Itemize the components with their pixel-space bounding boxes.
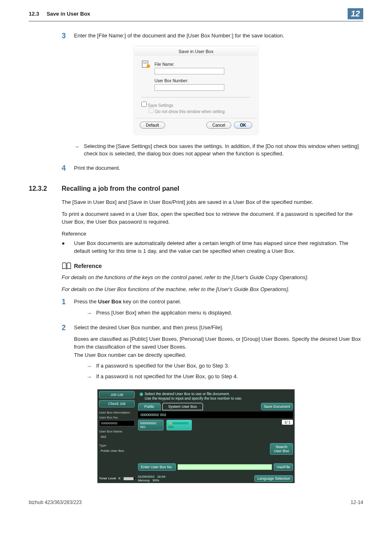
reference-heading: Reference xyxy=(74,263,102,269)
subsection-number: 12.3.2 xyxy=(29,185,62,192)
page-header: 12.3 Save in User Box 12 xyxy=(29,8,363,21)
tab-public[interactable]: Public xyxy=(138,403,161,410)
enter-user-box-no-button[interactable]: Enter User Box No. xyxy=(138,463,176,471)
save-document-button[interactable]: Save Document xyxy=(261,403,293,410)
search-user-box-button[interactable]: Search User Box xyxy=(270,443,293,455)
user-box-number-input[interactable] xyxy=(154,84,224,91)
file-name-label: File Name: xyxy=(154,62,251,67)
user-box-no-value: 000000002 xyxy=(99,420,135,426)
arrow-icon: → xyxy=(86,362,96,370)
step-tip: If a password is specified for the User … xyxy=(96,362,363,370)
page-indicator: 1/ 1 xyxy=(282,420,293,425)
step-tip: If a password is not specified for the U… xyxy=(96,373,363,381)
hint-bar: Select the desired User Box to use or fi… xyxy=(138,391,293,402)
bullet-icon: ● xyxy=(62,240,74,255)
paragraph: The [Save in User Box] and [Save in User… xyxy=(62,199,363,206)
memory-value: 99% xyxy=(152,479,159,482)
step-text: Select the desired User Box number, and … xyxy=(74,324,363,332)
control-panel-figure: Job List Check Job User Box Information … xyxy=(97,389,295,483)
user-box-name-value: 002 xyxy=(99,434,135,439)
book-icon xyxy=(62,262,71,270)
type-value: Public User Box xyxy=(99,448,135,453)
user-box-no-input[interactable] xyxy=(178,464,272,470)
status-date: 01/09/2010 xyxy=(138,475,154,479)
reference-label: Reference xyxy=(62,230,363,238)
indicator-icon xyxy=(140,393,143,396)
step-number: 4 xyxy=(62,164,74,173)
step-number: 2 xyxy=(62,324,74,383)
footer-model: bizhub 423/363/283/223 xyxy=(29,500,82,505)
do-not-show-checkbox[interactable]: Do not show this window when setting xyxy=(149,109,225,114)
arrow-icon: → xyxy=(74,143,84,157)
user-box-name-label: User Box Name xyxy=(99,430,135,433)
step-number: 3 xyxy=(62,32,74,40)
section-title: Save in User Box xyxy=(46,11,90,17)
user-box-item-selected[interactable]: 🔒000000002 002 xyxy=(166,420,192,430)
svg-rect-2 xyxy=(143,63,147,64)
user-box-number-label: User Box Number: xyxy=(154,79,251,83)
user-box-item[interactable]: 000000001 001 xyxy=(138,420,164,430)
selection-display: 000000002 002 xyxy=(138,412,293,418)
footer-page: 12-14 xyxy=(350,500,363,505)
toner-level-label: Toner Level xyxy=(99,476,116,480)
svg-point-3 xyxy=(147,65,150,68)
memory-label: Memory xyxy=(138,479,150,482)
step-text-c: key on the control panel. xyxy=(122,298,181,305)
arrow-icon: → xyxy=(86,373,96,381)
language-selection-button[interactable]: Language Selection xyxy=(254,475,293,482)
step-tip: Press [User Box] when the application me… xyxy=(96,309,363,317)
lock-icon: 🔒 xyxy=(168,421,173,425)
step-text-a: Press the xyxy=(74,298,98,305)
subsection-title: Recalling a job from the control panel xyxy=(62,185,179,192)
section-number: 12.3 xyxy=(29,11,39,17)
reference-text: For details on the User Box functions of… xyxy=(62,286,363,294)
info-label: User Box Information xyxy=(99,411,135,414)
type-label: Type xyxy=(99,444,135,447)
check-job-button[interactable]: Check Job xyxy=(99,400,135,407)
step-paragraph: Boxes are classified as [Public] User Bo… xyxy=(74,335,363,351)
save-settings-checkbox[interactable]: Save Settings xyxy=(141,103,173,108)
status-time: 16:04 xyxy=(157,475,165,479)
step-text: Print the document. xyxy=(74,164,363,173)
toner-k: K xyxy=(118,476,120,480)
document-icon xyxy=(141,60,151,69)
bullet-text: User Box documents are automatically del… xyxy=(74,240,363,255)
arrow-icon: → xyxy=(86,309,96,317)
tab-system-user-box[interactable]: System User Box xyxy=(162,403,203,410)
step-paragraph: The User Box number can be directly spec… xyxy=(74,351,363,359)
step-text-bold: User Box xyxy=(98,298,122,305)
dialog-title: Save in User Box xyxy=(135,47,257,56)
user-box-no-label: User Box No. xyxy=(99,416,135,419)
step-tip: Selecting the [Save Settings] check box … xyxy=(84,143,363,157)
job-list-button[interactable]: Job List xyxy=(99,391,135,398)
default-button[interactable]: Default xyxy=(140,122,165,129)
paragraph: To print a document saved in a User Box,… xyxy=(62,210,363,226)
reference-text: For details on the functions of the keys… xyxy=(62,274,363,282)
use-file-button[interactable]: Use/File xyxy=(274,463,293,471)
step-text: Enter the [File Name:] of the document a… xyxy=(74,32,363,40)
chapter-badge: 12 xyxy=(348,8,363,19)
step-number: 1 xyxy=(62,298,74,319)
file-name-input[interactable] xyxy=(154,68,224,74)
svg-rect-1 xyxy=(143,62,147,62)
save-dialog-figure: Save in User Box File Name: User Box Num… xyxy=(134,46,258,134)
cancel-button[interactable]: Cancel xyxy=(206,122,231,129)
ok-button[interactable]: OK xyxy=(234,122,252,129)
